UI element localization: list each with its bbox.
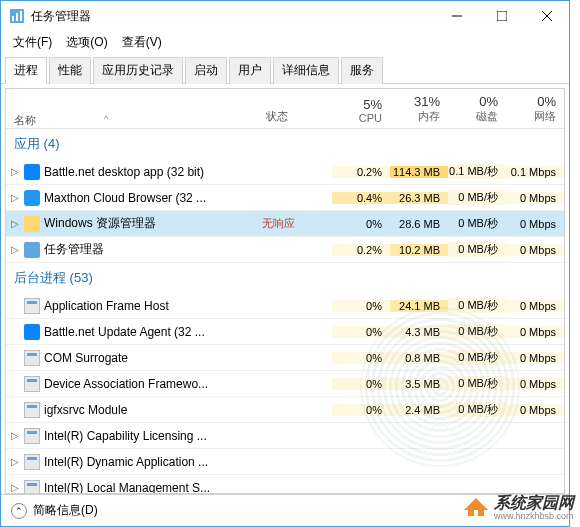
tab-details[interactable]: 详细信息: [273, 57, 339, 84]
mem-cell: 114.3 MB: [390, 166, 448, 178]
process-name: Intel(R) Local Management S...: [44, 481, 262, 494]
disk-cell: 0.1 MB/秒: [448, 164, 506, 179]
watermark-logo-icon: [462, 496, 490, 518]
net-cell: 0 Mbps: [506, 352, 564, 364]
generic-app-icon: [24, 402, 40, 418]
table-row[interactable]: ▷ 任务管理器 0.2% 10.2 MB 0 MB/秒 0 Mbps: [6, 237, 564, 263]
expand-icon[interactable]: ▷: [6, 244, 20, 255]
expand-icon[interactable]: ▷: [6, 192, 20, 203]
net-cell: 0.1 Mbps: [506, 166, 564, 178]
table-row[interactable]: igfxsrvc Module 0% 2.4 MB 0 MB/秒 0 Mbps: [6, 397, 564, 423]
svg-rect-5: [497, 11, 507, 21]
table-row[interactable]: Battle.net Update Agent (32 ... 0% 4.3 M…: [6, 319, 564, 345]
disk-cell: 0 MB/秒: [448, 242, 506, 257]
process-name: COM Surrogate: [44, 351, 262, 365]
titlebar[interactable]: 任务管理器: [1, 1, 569, 31]
svg-rect-9: [474, 510, 478, 516]
chevron-up-icon[interactable]: ⌃: [11, 503, 27, 519]
table-row[interactable]: ▷ Windows 资源管理器 无响应 0% 28.6 MB 0 MB/秒 0 …: [6, 211, 564, 237]
mem-cell: 26.3 MB: [390, 192, 448, 204]
menu-options[interactable]: 选项(O): [60, 32, 113, 53]
tab-services[interactable]: 服务: [341, 57, 383, 84]
mem-cell: 28.6 MB: [390, 218, 448, 230]
expand-icon[interactable]: ▷: [6, 482, 20, 493]
menubar: 文件(F) 选项(O) 查看(V): [1, 31, 569, 53]
table-row[interactable]: ▷ Maxthon Cloud Browser (32 ... 0.4% 26.…: [6, 185, 564, 211]
disk-cell: 0 MB/秒: [448, 298, 506, 313]
generic-app-icon: [24, 480, 40, 494]
cpu-cell: 0%: [332, 326, 390, 338]
expand-icon[interactable]: ▷: [6, 166, 20, 177]
process-status: 无响应: [262, 216, 332, 231]
process-name: Battle.net desktop app (32 bit): [44, 165, 262, 179]
col-disk[interactable]: 0%磁盘: [448, 89, 506, 128]
mem-cell: 4.3 MB: [390, 326, 448, 338]
net-cell: 0 Mbps: [506, 300, 564, 312]
process-name: Intel(R) Capability Licensing ...: [44, 429, 262, 443]
process-name: igfxsrvc Module: [44, 403, 262, 417]
disk-cell: 0 MB/秒: [448, 216, 506, 231]
process-body[interactable]: 应用 (4) ▷ Battle.net desktop app (32 bit)…: [6, 129, 564, 493]
close-button[interactable]: [524, 1, 569, 31]
task-manager-icon: [24, 242, 40, 258]
expand-icon[interactable]: ▷: [6, 430, 20, 441]
explorer-icon: [24, 216, 40, 232]
minimize-button[interactable]: [434, 1, 479, 31]
process-name: Windows 资源管理器: [44, 215, 262, 232]
table-row[interactable]: COM Surrogate 0% 0.8 MB 0 MB/秒 0 Mbps: [6, 345, 564, 371]
group-background[interactable]: 后台进程 (53): [6, 263, 564, 293]
col-cpu[interactable]: 5%CPU: [332, 89, 390, 128]
generic-app-icon: [24, 454, 40, 470]
col-net[interactable]: 0%网络: [506, 89, 564, 128]
generic-app-icon: [24, 350, 40, 366]
watermark-text: 系统家园网: [494, 494, 574, 511]
tab-performance[interactable]: 性能: [49, 57, 91, 84]
maximize-button[interactable]: [479, 1, 524, 31]
net-cell: 0 Mbps: [506, 378, 564, 390]
svg-rect-3: [20, 11, 22, 21]
process-name: Device Association Framewo...: [44, 377, 262, 391]
tab-processes[interactable]: 进程: [5, 57, 47, 84]
table-row[interactable]: Device Association Framewo... 0% 3.5 MB …: [6, 371, 564, 397]
process-name: Maxthon Cloud Browser (32 ...: [44, 191, 262, 205]
menu-file[interactable]: 文件(F): [7, 32, 58, 53]
fewer-details-button[interactable]: 简略信息(D): [33, 502, 98, 519]
group-apps[interactable]: 应用 (4): [6, 129, 564, 159]
disk-cell: 0 MB/秒: [448, 190, 506, 205]
expand-icon[interactable]: ▷: [6, 218, 20, 229]
tab-startup[interactable]: 启动: [185, 57, 227, 84]
net-cell: 0 Mbps: [506, 218, 564, 230]
mem-cell: 2.4 MB: [390, 404, 448, 416]
task-manager-window: 任务管理器 文件(F) 选项(O) 查看(V) 进程 性能 应用历史记录 启动 …: [0, 0, 570, 527]
table-row[interactable]: ▷ Intel(R) Capability Licensing ...: [6, 423, 564, 449]
tab-app-history[interactable]: 应用历史记录: [93, 57, 183, 84]
process-name: 任务管理器: [44, 241, 262, 258]
battlenet-icon: [24, 164, 40, 180]
cpu-cell: 0.2%: [332, 244, 390, 256]
svg-rect-2: [16, 13, 18, 21]
expand-icon[interactable]: ▷: [6, 456, 20, 467]
table-row[interactable]: ▷ Intel(R) Local Management S...: [6, 475, 564, 493]
mem-cell: 3.5 MB: [390, 378, 448, 390]
table-row[interactable]: Application Frame Host 0% 24.1 MB 0 MB/秒…: [6, 293, 564, 319]
col-name[interactable]: 名称^: [6, 89, 262, 128]
cpu-cell: 0%: [332, 404, 390, 416]
col-mem[interactable]: 31%内存: [390, 89, 448, 128]
net-cell: 0 Mbps: [506, 326, 564, 338]
net-cell: 0 Mbps: [506, 192, 564, 204]
window-title: 任务管理器: [31, 8, 434, 25]
mem-cell: 24.1 MB: [390, 300, 448, 312]
tab-strip: 进程 性能 应用历史记录 启动 用户 详细信息 服务: [1, 53, 569, 84]
mem-cell: 10.2 MB: [390, 244, 448, 256]
process-list: 名称^ 状态 5%CPU 31%内存 0%磁盘 0%网络 应用 (4) ▷ Ba…: [5, 88, 565, 494]
table-row[interactable]: ▷ Battle.net desktop app (32 bit) 0.2% 1…: [6, 159, 564, 185]
process-name: Application Frame Host: [44, 299, 262, 313]
svg-rect-1: [12, 16, 14, 21]
generic-app-icon: [24, 298, 40, 314]
tab-users[interactable]: 用户: [229, 57, 271, 84]
menu-view[interactable]: 查看(V): [116, 32, 168, 53]
col-status[interactable]: 状态: [262, 89, 332, 128]
watermark: 系统家园网 www.hnzkhbsb.com: [462, 493, 574, 521]
cpu-cell: 0%: [332, 352, 390, 364]
table-row[interactable]: ▷ Intel(R) Dynamic Application ...: [6, 449, 564, 475]
